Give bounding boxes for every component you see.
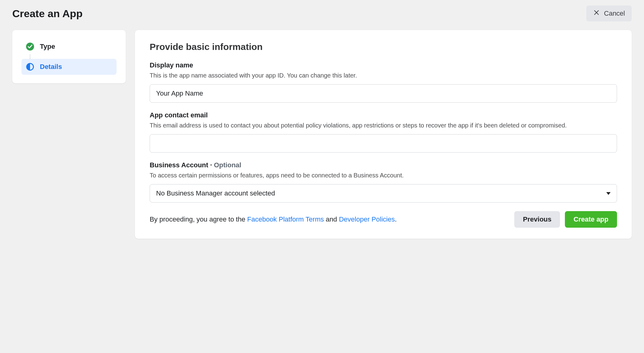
field-display-name: Display name This is the app name associ… — [150, 61, 617, 103]
display-name-description: This is the app name associated with you… — [150, 71, 617, 80]
business-account-selected-value: No Business Manager account selected — [156, 189, 275, 197]
business-account-description: To access certain permissions or feature… — [150, 171, 617, 180]
business-account-select[interactable]: No Business Manager account selected — [150, 184, 617, 203]
step-label: Type — [40, 43, 55, 51]
display-name-input[interactable] — [150, 84, 617, 103]
previous-button[interactable]: Previous — [514, 211, 560, 228]
contact-email-label: App contact email — [150, 111, 617, 119]
main-panel: Provide basic information Display name T… — [135, 30, 632, 239]
contact-email-description: This email address is used to contact yo… — [150, 121, 617, 130]
steps-sidebar: Type Details — [12, 30, 126, 83]
contact-email-input[interactable] — [150, 134, 617, 153]
half-circle-icon — [26, 63, 34, 71]
terms-text: By proceeding, you agree to the Facebook… — [150, 215, 397, 223]
step-label: Details — [40, 63, 62, 71]
field-contact-email: App contact email This email address is … — [150, 111, 617, 153]
business-account-label: Business Account · Optional — [150, 161, 617, 169]
section-heading: Provide basic information — [150, 42, 617, 52]
optional-tag: Optional — [214, 161, 241, 169]
step-connector — [30, 55, 117, 59]
platform-terms-link[interactable]: Facebook Platform Terms — [247, 215, 324, 223]
display-name-label: Display name — [150, 61, 617, 69]
page-title: Create an App — [12, 8, 82, 20]
cancel-button-label: Cancel — [604, 9, 625, 17]
developer-policies-link[interactable]: Developer Policies — [339, 215, 395, 223]
step-type[interactable]: Type — [21, 39, 117, 55]
create-app-button[interactable]: Create app — [565, 211, 617, 228]
check-circle-icon — [26, 42, 34, 51]
cancel-button[interactable]: Cancel — [586, 6, 632, 21]
step-details[interactable]: Details — [21, 59, 117, 75]
chevron-down-icon — [606, 192, 611, 195]
close-icon — [593, 9, 600, 18]
field-business-account: Business Account · Optional To access ce… — [150, 161, 617, 203]
